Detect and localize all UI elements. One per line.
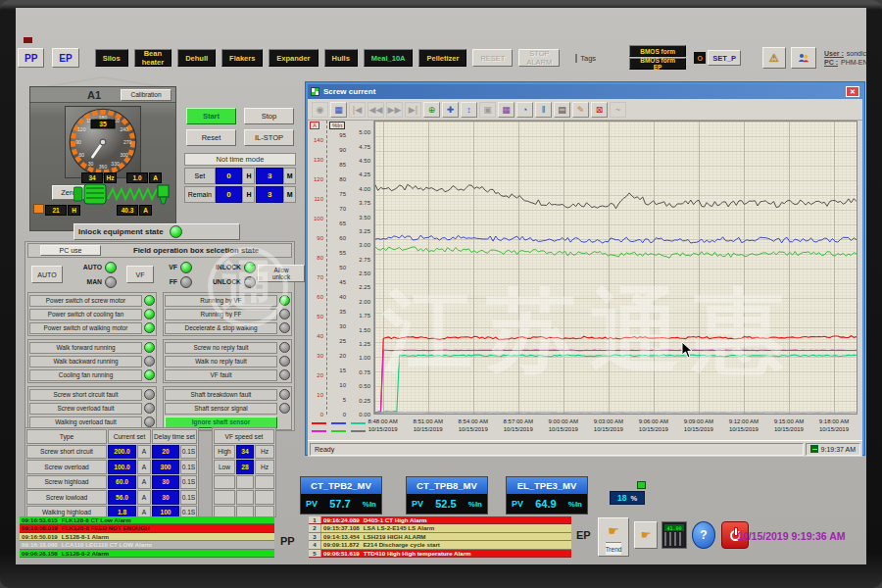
hand-button[interactable]: ☛: [634, 521, 658, 549]
allow-unlock-button[interactable]: Allow unlock: [258, 265, 305, 282]
calibration-button[interactable]: Calibration: [121, 89, 172, 101]
timer-hours-value[interactable]: 0: [216, 168, 243, 184]
auto-man-button[interactable]: AUTO: [31, 266, 63, 283]
alarm-text: FLK128-8 FEED NOT ENOUGH: [60, 524, 274, 531]
nav-button-pelletizer[interactable]: Pelletizer: [418, 49, 466, 67]
tags-checkbox[interactable]: [575, 54, 577, 63]
alarm-row[interactable]: 309:14:13.454LSH219 HIGH ALARM: [309, 533, 571, 541]
alarm-row[interactable]: 509:06:51.619TTD410 High High temperatur…: [309, 550, 571, 558]
selection-item-unlock: UNLOCK: [202, 275, 256, 289]
y-scale-icon[interactable]: ↕: [461, 102, 477, 118]
il-stop-button[interactable]: IL-STOP: [244, 129, 294, 146]
keypad-button[interactable]: 41.00: [662, 521, 687, 549]
timer-minutes-value[interactable]: 3: [256, 168, 283, 184]
vf-value[interactable]: 34: [236, 445, 254, 460]
setting-current-value[interactable]: 56.0: [108, 490, 136, 505]
stop-alarm-button[interactable]: STOP ALARM: [518, 49, 560, 67]
alarm-list-ep[interactable]: 109:16:24.089D405-1 CT High Alarm209:15:…: [309, 516, 571, 558]
x-time: 9:03:00 AM: [594, 418, 623, 426]
vf-value[interactable]: [236, 475, 254, 490]
pp-page-button[interactable]: PP: [18, 48, 44, 68]
status-led: [279, 356, 290, 367]
help-button[interactable]: ?: [692, 521, 715, 549]
status-led: [144, 322, 155, 333]
alarm-row[interactable]: 109:16:24.089D405-1 CT High Alarm: [309, 516, 571, 524]
keypad-display: 41.00: [664, 524, 684, 531]
trend-button[interactable]: ☛ Trend: [598, 517, 629, 557]
close-icon[interactable]: ✕: [846, 86, 859, 97]
status-led: [279, 403, 290, 414]
ignore-shaft-sensor-button[interactable]: Ignore shaft sensor: [165, 416, 277, 428]
gauge-box: 30609012015018021024027030033036035: [65, 106, 141, 178]
nav-button-meal-10a[interactable]: Meal_10A: [364, 49, 414, 67]
print-icon[interactable]: ▤: [554, 102, 570, 118]
record-icon: ◉: [312, 102, 328, 118]
pan-icon[interactable]: ✚: [442, 102, 459, 118]
trend-button-label: Trend: [606, 542, 622, 555]
reset-button[interactable]: RESET: [472, 49, 513, 67]
legend-swatch: [331, 430, 346, 432]
alarm-row[interactable]: 09:16:50.019LS128-8-1 Alarm: [20, 533, 274, 541]
alarm-row[interactable]: 09:06:28.158LS128-8-2 Alarm: [20, 550, 274, 558]
setting-delay-value[interactable]: 30: [152, 475, 179, 490]
close-view-icon[interactable]: ⊠: [591, 102, 608, 118]
setting-current-value[interactable]: 60.0: [108, 475, 136, 490]
alarm-row[interactable]: 409:09:11.872E214 Discharge cycle start: [309, 541, 571, 549]
chart-status-text: Ready: [310, 443, 804, 456]
nav-button-silos[interactable]: Silos: [95, 49, 128, 67]
stop-button[interactable]: Stop: [244, 108, 294, 124]
reset-run-button[interactable]: Reset: [186, 129, 236, 146]
bmos-form-button[interactable]: BMOS form: [629, 45, 686, 57]
date-range-icon[interactable]: ▦: [330, 102, 347, 118]
annotate-icon[interactable]: ✎: [572, 102, 589, 118]
alarm-row[interactable]: 09:16:50.019FLK128-8 FEED NOT ENOUGH: [20, 524, 274, 532]
ep-page-button[interactable]: EP: [52, 48, 78, 68]
x-date: 10/15/2019: [594, 426, 623, 434]
status-led: [144, 403, 155, 414]
timer-hours-unit: H: [242, 186, 255, 203]
alarm-summary-button[interactable]: ⚠: [762, 47, 786, 69]
silo-roof-graphic: [29, 76, 176, 86]
nav-button-hulls[interactable]: Hulls: [324, 49, 358, 67]
vf-ff-button[interactable]: VF: [126, 266, 154, 283]
alarm-number: 2: [309, 524, 321, 531]
vf-value[interactable]: [236, 490, 254, 505]
timer-minutes-value[interactable]: 3: [256, 186, 283, 203]
set-p-button[interactable]: SET_P: [708, 50, 741, 66]
nav-button-dehull[interactable]: Dehull: [177, 49, 216, 67]
alarm-row[interactable]: 09:16:53.615FLK128-8 CT Low Alarm: [20, 516, 274, 524]
setting-delay-value[interactable]: 30: [152, 490, 179, 505]
svg-text:60: 60: [78, 152, 84, 158]
timer-hours-value[interactable]: 0: [216, 186, 243, 203]
nav-button-flakers[interactable]: Flakers: [221, 49, 263, 67]
system-datetime: 10/15/2019 9:19:36 AM: [737, 530, 846, 542]
alarm-row[interactable]: 09:16:18.060LCA110 LEG110 CT LOW Alarm: [20, 541, 274, 549]
bmos-form-ep-button[interactable]: BMOS form EP: [629, 58, 686, 70]
x-date: 10/15/2019: [549, 426, 578, 434]
axis-amperes: A0102030405060708090100110120130140: [308, 121, 327, 415]
setting-delay-value[interactable]: 20: [152, 445, 179, 460]
forward-icon: ▶▶: [386, 102, 403, 118]
setting-current-value[interactable]: 200.0: [108, 445, 136, 460]
plot-area[interactable]: [374, 121, 858, 415]
nav-button-bean-heater[interactable]: Bean heater: [134, 49, 172, 67]
alarm-row[interactable]: 209:15:37.108LSA LS-2-E145 LS Alarm: [309, 524, 571, 532]
setting-current-value[interactable]: 100.0: [108, 460, 136, 474]
time-icon[interactable]: ◔: [516, 102, 533, 118]
zoom-icon[interactable]: ⊕: [423, 102, 440, 118]
status-row: Cooling fan running: [29, 368, 155, 381]
users-button[interactable]: [791, 47, 816, 69]
alarm-list-pp[interactable]: 09:16:53.615FLK128-8 CT Low Alarm09:16:5…: [20, 516, 274, 558]
start-button[interactable]: Start: [186, 108, 236, 124]
setting-delay-value[interactable]: 300: [152, 460, 179, 474]
chart-statusbar: Ready 9:19:37 AM: [308, 440, 862, 457]
pause-icon[interactable]: ‖: [535, 102, 552, 118]
axis-tick: 3.00: [359, 242, 370, 248]
chart-titlebar[interactable]: Screw current ✕: [308, 84, 862, 99]
pc-use-button[interactable]: PC use: [40, 245, 101, 256]
x-time: 8:51:00 AM: [414, 418, 443, 426]
settings-row: Screw lowload56.0A300.1S: [26, 490, 197, 505]
pens-icon[interactable]: ▦: [498, 102, 514, 118]
nav-button-expander[interactable]: Expander: [269, 49, 318, 67]
vf-value[interactable]: 28: [236, 460, 254, 474]
